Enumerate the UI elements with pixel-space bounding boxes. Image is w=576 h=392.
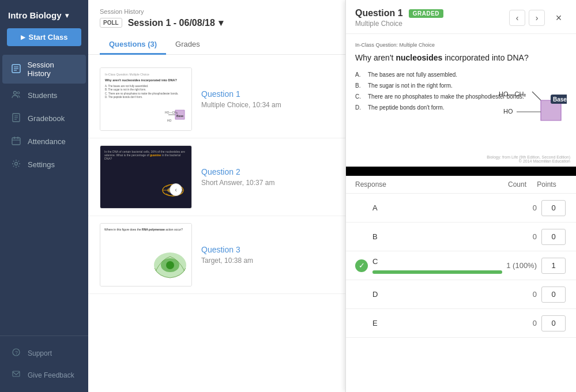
response-table-header: Response Count Points xyxy=(346,176,576,194)
settings-icon xyxy=(10,159,22,170)
attendance-icon xyxy=(10,136,22,147)
gradebook-icon xyxy=(10,113,22,124)
sidebar-item-give-feedback[interactable]: Give Feedback xyxy=(2,364,86,386)
panel-title-area: Question 1 GRADED Multiple Choice xyxy=(355,8,443,28)
sidebar-item-students[interactable]: Students xyxy=(2,84,86,107)
logo-caret[interactable]: ▾ xyxy=(65,12,69,20)
progress-bar-fill-c xyxy=(372,270,502,274)
svg-text:Base: Base xyxy=(176,114,183,118)
sidebar-item-gradebook[interactable]: Gradebook xyxy=(2,107,86,130)
progress-bar-c xyxy=(372,270,502,274)
points-input-c: 1 xyxy=(537,258,567,274)
app-logo: Intro Biology ▾ xyxy=(0,0,88,28)
points-input-e: 0 xyxy=(537,315,567,331)
svg-text:?: ? xyxy=(15,350,18,356)
svg-text:HO: HO xyxy=(503,108,513,115)
graded-badge: GRADED xyxy=(409,9,443,18)
play-icon: ▶ xyxy=(21,34,25,40)
question-thumb-2: In the DNA of certain bacterial cells, 1… xyxy=(100,145,192,209)
next-question-button[interactable]: › xyxy=(529,10,545,26)
response-letter-e: E xyxy=(372,319,502,327)
sidebar: Intro Biology ▾ ▶ Start Class Session Hi… xyxy=(0,0,88,392)
sidebar-item-session-history[interactable]: Session History xyxy=(2,55,86,84)
svg-point-4 xyxy=(14,92,17,95)
sidebar-item-attendance[interactable]: Attendance xyxy=(2,130,86,153)
points-box-d[interactable]: 0 xyxy=(541,287,566,303)
response-count-c: 1 (100%) xyxy=(502,261,537,270)
response-row-a: A 0 0 xyxy=(346,194,576,223)
col-header-count: Count xyxy=(492,180,526,189)
svg-rect-10 xyxy=(12,138,20,145)
sidebar-item-label: Students xyxy=(28,91,57,100)
slide-preview-container: In-Class Question: Multiple Choice Why a… xyxy=(346,34,576,167)
sidebar-item-label: Give Feedback xyxy=(28,371,74,379)
points-box-e[interactable]: 0 xyxy=(541,315,566,331)
panel-title: Question 1 xyxy=(355,8,403,18)
svg-point-5 xyxy=(17,92,20,94)
question-thumb-1: In-Class Question: Multiple Choice Why a… xyxy=(100,67,192,131)
svg-text:HO—CH₂: HO—CH₂ xyxy=(499,91,526,97)
sidebar-collapse-button[interactable]: ‹ xyxy=(170,183,182,196)
svg-text:HO: HO xyxy=(167,119,172,122)
response-count-d: 0 xyxy=(502,290,537,299)
response-letter-a: A xyxy=(372,203,502,212)
response-row-b: B 0 0 xyxy=(346,223,576,251)
points-input-a: 0 xyxy=(537,200,567,216)
col-header-response: Response xyxy=(355,180,492,189)
sidebar-item-label: Session History xyxy=(27,61,78,78)
slide-black-bar xyxy=(346,167,576,176)
svg-point-14 xyxy=(15,163,18,165)
response-count-a: 0 xyxy=(502,203,537,212)
main-content: Session History POLL Session 1 - 06/08/1… xyxy=(88,0,576,392)
sidebar-item-label: Attendance xyxy=(28,137,66,146)
points-box-b[interactable]: 0 xyxy=(541,229,566,245)
response-letter-d: D xyxy=(372,290,502,299)
svg-rect-17 xyxy=(13,371,20,376)
support-icon: ? xyxy=(10,348,22,358)
points-box-c[interactable]: 1 xyxy=(541,258,566,274)
start-class-button[interactable]: ▶ Start Class xyxy=(7,28,81,46)
points-input-b: 0 xyxy=(537,229,567,245)
session-title: Session 1 - 06/08/18 ▾ xyxy=(128,17,223,28)
tab-questions[interactable]: Questions (3) xyxy=(100,35,166,55)
slide-header-text: In-Class Question: Multiple Choice xyxy=(355,42,567,48)
question-detail-panel: Question 1 GRADED Multiple Choice ‹ › × … xyxy=(345,0,576,392)
panel-subtitle: Multiple Choice xyxy=(355,20,443,28)
sidebar-item-label: Settings xyxy=(28,160,55,169)
app-title: Intro Biology xyxy=(8,10,62,20)
molecule-diagram: HO—CH₂ Base HO xyxy=(498,80,567,138)
tab-grades[interactable]: Grades xyxy=(166,35,209,55)
previous-question-button[interactable]: ‹ xyxy=(509,10,525,26)
svg-text:HO—CH₂: HO—CH₂ xyxy=(165,111,178,114)
response-row-e: E 0 0 xyxy=(346,309,576,338)
response-count-b: 0 xyxy=(502,232,537,241)
slide-preview: In-Class Question: Multiple Choice Why a… xyxy=(346,34,576,167)
sidebar-bottom: ? Support Give Feedback xyxy=(0,336,88,392)
students-icon xyxy=(10,90,22,101)
panel-nav: ‹ › × xyxy=(509,10,567,26)
svg-line-31 xyxy=(532,92,541,100)
sidebar-item-label: Gradebook xyxy=(28,114,65,123)
sidebar-item-support[interactable]: ? Support xyxy=(2,342,86,364)
response-table: Response Count Points A 0 0 xyxy=(346,176,576,392)
points-box-a[interactable]: 0 xyxy=(541,200,566,216)
slide-footer: Biology: from Life (9th Edition, Second … xyxy=(487,155,570,163)
response-count-e: 0 xyxy=(502,319,537,327)
sidebar-nav: Session History Students Gradebook Atten… xyxy=(0,54,88,176)
svg-text:Base: Base xyxy=(553,96,567,103)
close-panel-button[interactable]: × xyxy=(551,10,567,26)
start-class-label: Start Class xyxy=(29,33,68,42)
sidebar-item-settings[interactable]: Settings xyxy=(2,153,86,176)
response-letter-b: B xyxy=(372,232,502,241)
slide-question-text: Why aren't nucleosides incorporated into… xyxy=(355,52,567,64)
col-header-points: Points xyxy=(526,180,567,189)
poll-badge: POLL xyxy=(100,18,122,28)
response-letter-c: C xyxy=(372,257,502,274)
slide-option-a: A.The bases are not fully assembled. xyxy=(355,71,567,78)
panel-header: Question 1 GRADED Multiple Choice ‹ › × xyxy=(346,0,576,34)
question-thumb-3: Where in this figure does the RNA polyme… xyxy=(100,223,192,287)
response-row-d: D 0 0 xyxy=(346,280,576,309)
sidebar-item-label: Support xyxy=(28,349,52,357)
correct-indicator-c: ✓ xyxy=(355,259,368,272)
response-row-c: ✓ C 1 (100%) 1 xyxy=(346,251,576,280)
